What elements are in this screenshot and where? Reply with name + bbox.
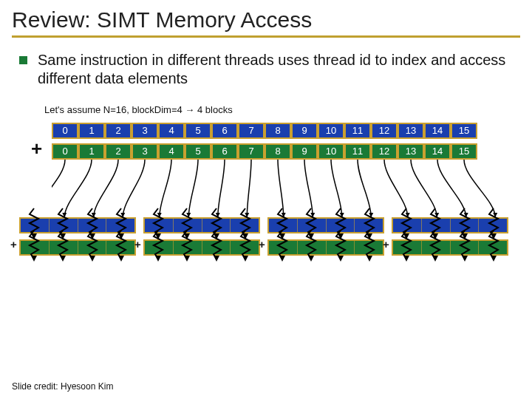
cell: 7	[238, 143, 265, 160]
cell: 10	[318, 143, 344, 160]
small-plus: +	[259, 238, 265, 250]
cell: 14	[424, 123, 451, 139]
block-row-green	[143, 239, 260, 256]
svg-marker-31	[242, 256, 248, 262]
cell: 6	[211, 123, 238, 139]
block-row-blue	[392, 217, 508, 233]
thread-block: +	[19, 217, 136, 256]
title-divider	[12, 35, 520, 38]
cell: 1	[78, 123, 105, 139]
thread-block: +	[267, 217, 384, 256]
block-row-green	[392, 239, 508, 256]
cell: 13	[398, 123, 424, 139]
block-row-blue	[19, 217, 136, 233]
cell: 15	[451, 143, 477, 160]
svg-marker-47	[491, 256, 497, 262]
page-title: Review: SIMT Memory Access	[0, 0, 532, 35]
cell: 3	[132, 123, 158, 139]
bullet-text: Same instruction in different threads us…	[38, 51, 513, 88]
block-row-blue	[143, 217, 260, 233]
svg-marker-39	[366, 256, 372, 262]
block-row-green	[267, 239, 384, 256]
svg-marker-36	[279, 256, 285, 262]
assumption-text: Let's assume N=16, blockDim=4 → 4 blocks	[0, 88, 532, 123]
svg-marker-46	[462, 256, 468, 262]
cell: 5	[185, 143, 211, 160]
svg-marker-29	[184, 256, 190, 262]
cell: 0	[52, 143, 78, 160]
small-plus: +	[10, 238, 17, 250]
thread-block: +	[143, 217, 260, 256]
block-row-blue	[267, 217, 384, 233]
cell: 11	[344, 143, 371, 160]
svg-marker-30	[214, 256, 219, 262]
svg-marker-20	[31, 256, 37, 262]
cell: 2	[105, 143, 132, 160]
cell: 2	[105, 123, 132, 139]
small-plus: +	[134, 238, 141, 250]
blocks-area: ++++	[19, 217, 514, 256]
cell: 1	[78, 143, 105, 160]
cell: 6	[211, 143, 238, 160]
svg-marker-21	[60, 256, 66, 262]
svg-marker-22	[89, 256, 95, 262]
cell: 12	[371, 123, 398, 139]
cell: 14	[424, 143, 451, 160]
svg-marker-37	[308, 256, 314, 262]
cell: 3	[132, 143, 158, 160]
cell: 8	[265, 143, 291, 160]
cell: 4	[158, 143, 185, 160]
cell: 7	[238, 123, 265, 139]
cell: 0	[52, 123, 78, 139]
big-plus: +	[31, 137, 42, 160]
bullet-icon	[19, 56, 27, 64]
svg-marker-28	[155, 256, 161, 262]
cell: 5	[185, 123, 211, 139]
index-rows: + 0123456789101112131415 012345678910111…	[52, 123, 525, 160]
mapping-lines	[52, 160, 525, 217]
cell: 12	[371, 143, 398, 160]
small-plus: +	[383, 238, 389, 250]
bullet-row: Same instruction in different threads us…	[0, 47, 532, 88]
cell: 4	[158, 123, 185, 139]
cell: 11	[344, 123, 371, 139]
svg-marker-45	[432, 256, 438, 262]
cell: 15	[451, 123, 477, 139]
svg-marker-44	[403, 256, 409, 262]
cell: 13	[398, 143, 424, 160]
row-top: 0123456789101112131415	[52, 123, 525, 139]
row-bottom: 0123456789101112131415	[52, 143, 525, 160]
thread-block: +	[392, 217, 508, 256]
svg-marker-38	[338, 256, 344, 262]
slide-credit: Slide credit: Hyesoon Kim	[12, 381, 113, 392]
block-row-green	[19, 239, 136, 256]
cell: 9	[291, 123, 318, 139]
svg-marker-23	[118, 256, 124, 262]
cell: 8	[265, 123, 291, 139]
cell: 9	[291, 143, 318, 160]
cell: 10	[318, 123, 344, 139]
